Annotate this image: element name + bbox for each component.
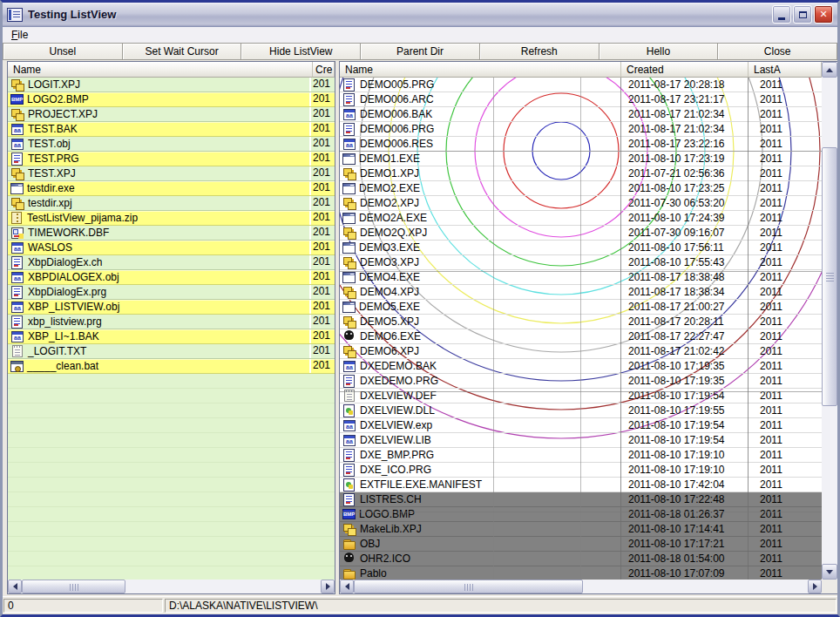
list-item[interactable]: DEMO3.EXE2011-08-10 17:56:112011	[340, 241, 822, 255]
file-name-text: DEMO4.EXE	[359, 271, 420, 283]
column-header-lasta[interactable]: LastA	[749, 62, 822, 78]
folder-icon	[342, 566, 356, 580]
minimize-button[interactable]	[772, 5, 791, 24]
left-horizontal-scrollbar[interactable]	[8, 580, 335, 593]
list-item[interactable]: DEMO006.PRG2011-08-17 21:02:342011	[340, 122, 822, 137]
list-item[interactable]: LISTRES.CH2011-08-10 17:22:482011	[340, 492, 822, 507]
file-name-cell: TIMEWORK.DBF	[8, 227, 309, 240]
arrow-down-icon	[826, 570, 833, 574]
list-item[interactable]: DEMO1.EXE2011-08-10 17:23:192011	[340, 152, 822, 166]
list-item[interactable]: TEST.PRG201	[8, 152, 335, 166]
list-item[interactable]: TEST.obj201	[8, 137, 335, 152]
list-item[interactable]: DEMO3.XPJ2011-08-10 17:55:432011	[340, 255, 822, 270]
list-item[interactable]: DEMO2.XPJ2011-07-30 06:53:202011	[340, 196, 822, 211]
title-bar[interactable]: Testing ListView ✕	[3, 3, 837, 27]
list-item[interactable]: OBJ2011-08-10 17:17:212011	[340, 537, 822, 552]
list-item[interactable]: DEMO2A.EXE2011-08-10 17:24:392011	[340, 211, 822, 226]
scrollbar-thumb[interactable]	[22, 580, 125, 593]
list-item[interactable]: DXELVIEW.exp2011-08-10 17:19:542011	[340, 418, 822, 433]
list-item[interactable]: TEST.XPJ201	[8, 166, 335, 181]
last-access-cell: 2011	[755, 567, 822, 580]
list-item[interactable]: DXE_BMP.PRG2011-08-10 17:19:102011	[340, 448, 822, 463]
scroll-up-button[interactable]	[822, 62, 837, 78]
toolbar-button-unsel[interactable]: Unsel	[3, 43, 122, 60]
list-item[interactable]: DXELVIEW.DEF2011-08-10 17:19:542011	[340, 389, 822, 403]
column-header-created[interactable]: Created	[621, 62, 749, 78]
scroll-right-button[interactable]	[808, 580, 822, 593]
right-vertical-scrollbar[interactable]	[822, 62, 837, 580]
list-item[interactable]: XbpDialogEx.ch201	[8, 255, 335, 270]
toolbar-button-parent-dir[interactable]: Parent Dir	[360, 43, 479, 60]
created-cell: 201	[309, 211, 335, 225]
list-item[interactable]: DEMO006.ARC2011-08-17 23:21:172011	[340, 92, 822, 107]
app-icon[interactable]	[7, 8, 23, 22]
scroll-down-button[interactable]	[822, 564, 837, 580]
column-header-cre[interactable]: Cre	[313, 62, 335, 78]
list-item[interactable]: TIMEWORK.DBF201	[8, 226, 335, 241]
list-item[interactable]: MakeLib.XPJ2011-08-10 17:14:412011	[340, 522, 822, 537]
list-item[interactable]: LOGIT.XPJ201	[8, 78, 335, 92]
scrollbar-thumb[interactable]	[822, 147, 837, 406]
file-name-cell: TEST.XPJ	[8, 166, 309, 180]
list-item[interactable]: TEST.BAK201	[8, 122, 335, 137]
list-item[interactable]: DEMO2.EXE2011-08-10 17:23:252011	[340, 181, 822, 196]
file-name-cell: TEST.obj	[8, 138, 309, 151]
list-item[interactable]: DEMO005.PRG2011-08-17 20:28:182011	[340, 78, 822, 92]
scroll-left-button[interactable]	[8, 580, 22, 593]
list-item[interactable]: _LOGIT.TXT201	[8, 344, 335, 359]
list-item[interactable]: DEMO5.EXE2011-08-17 21:00:272011	[340, 300, 822, 315]
list-item[interactable]: DEMO6.EXE2011-08-17 22:27:472011	[340, 329, 822, 344]
list-item[interactable]: PROJECT.XPJ201	[8, 107, 335, 122]
scroll-left-button[interactable]	[340, 580, 354, 593]
list-item[interactable]: xbp_listview.prg201	[8, 315, 335, 329]
list-item[interactable]: XBPDIALOGEX.obj201	[8, 270, 335, 285]
list-item[interactable]: DEMO4.XPJ2011-08-17 18:38:342011	[340, 285, 822, 300]
list-item[interactable]: XBP_LI~1.BAK201	[8, 329, 335, 344]
file-name-cell: testdir.xpj	[8, 196, 309, 210]
right-horizontal-scrollbar[interactable]	[340, 580, 822, 593]
gearpage-icon	[343, 404, 355, 417]
list-item[interactable]: DXELVIEW.LIB2011-08-10 17:19:542011	[340, 433, 822, 448]
toolbar-button-hello[interactable]: Hello	[599, 43, 718, 60]
created-cell: 2011-08-10 17:19:54	[624, 434, 755, 446]
column-header-name[interactable]: Name	[340, 62, 621, 78]
list-item[interactable]: DXE_ICO.PRG2011-08-10 17:19:102011	[340, 463, 822, 478]
list-item[interactable]: DEMO2Q.XPJ2011-07-30 09:16:072011	[340, 226, 822, 241]
list-item[interactable]: DEMO4.EXE2011-08-17 18:38:482011	[340, 270, 822, 285]
list-item[interactable]: _____clean.bat201	[8, 359, 335, 374]
list-item[interactable]: DXEDEMO.BAK2011-08-10 17:19:352011	[340, 359, 822, 374]
list-item[interactable]: DEMO5.XPJ2011-08-17 20:28:112011	[340, 315, 822, 329]
list-item[interactable]: DXEDEMO.PRG2011-08-10 17:19:352011	[340, 374, 822, 389]
list-item[interactable]: LOGO2.BMP201	[8, 92, 335, 107]
toolbar-button-hide-listview[interactable]: Hide ListView	[240, 43, 360, 60]
toolbar-button-refresh[interactable]: Refresh	[479, 43, 599, 60]
toolbar-button-set-wait-cursor[interactable]: Set Wait Cursor	[122, 43, 241, 60]
file-name-text: DEMO1.XPJ	[360, 167, 419, 180]
list-item[interactable]: OHR2.ICO2011-08-18 01:54:002011	[340, 552, 822, 566]
list-item[interactable]: DEMO6.XPJ2011-08-17 21:02:422011	[340, 344, 822, 359]
scroll-right-button[interactable]	[321, 580, 335, 593]
close-button[interactable]: ✕	[814, 5, 833, 24]
scrollbar-thumb[interactable]	[354, 580, 583, 593]
list-item[interactable]: Pablo2011-08-10 17:07:092011	[340, 566, 822, 580]
list-item[interactable]: TestListView_pijama.zip201	[8, 211, 335, 226]
list-item[interactable]: DEMO006.RES2011-08-17 23:22:162011	[340, 137, 822, 152]
file-name-cell: DEMO1.XPJ	[340, 166, 624, 180]
file-name-text: XBP_LI~1.BAK	[28, 330, 99, 342]
menu-item-file[interactable]: File	[6, 28, 33, 42]
column-header-name[interactable]: Name	[8, 62, 313, 78]
toolbar-button-close[interactable]: Close	[717, 43, 837, 60]
list-item[interactable]: DEMO1.XPJ2011-07-21 02:56:362011	[340, 166, 822, 181]
right-list-body: DEMO005.PRG2011-08-17 20:28:182011DEMO00…	[340, 78, 822, 580]
list-item[interactable]: EXTFILE.EXE.MANIFEST2011-08-10 17:42:042…	[340, 478, 822, 492]
created-cell: 2011-08-17 20:28:11	[624, 315, 755, 328]
list-item[interactable]: LOGO.BMP2011-08-18 01:26:372011	[340, 507, 822, 522]
list-item[interactable]: testdir.exe201	[8, 181, 335, 196]
maximize-button[interactable]	[793, 5, 812, 24]
list-item[interactable]: testdir.xpj201	[8, 196, 335, 211]
list-item[interactable]: DEMO006.BAK2011-08-17 21:02:342011	[340, 107, 822, 122]
list-item[interactable]: WASLOS201	[8, 241, 335, 255]
list-item[interactable]: XBP_LISTVIEW.obj201	[8, 300, 335, 315]
list-item[interactable]: XbpDialogEx.prg201	[8, 285, 335, 300]
list-item[interactable]: DXELVIEW.DLL2011-08-10 17:19:552011	[340, 403, 822, 418]
